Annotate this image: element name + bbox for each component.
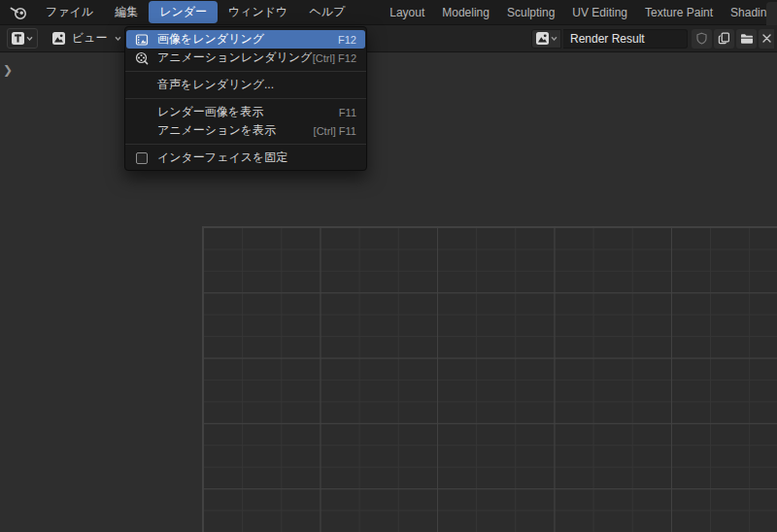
close-icon (761, 33, 772, 44)
render-animation-icon (134, 50, 150, 66)
duplicate-icon (718, 32, 730, 45)
menu-item-view-animation[interactable]: アニメーションを表示 [Ctrl] F11 (126, 121, 365, 140)
menu-item-view-render[interactable]: レンダー画像を表示 F11 (126, 103, 365, 121)
shortcut-label: F11 (339, 107, 356, 118)
image-editor-header: ビュー Render Result (0, 25, 777, 52)
tab-layout[interactable]: Layout (381, 3, 433, 22)
menu-separator (125, 71, 366, 72)
tab-partial-next[interactable] (766, 2, 777, 25)
menubar: ファイル 編集 レンダー ウィンドウ ヘルプ (35, 1, 355, 23)
mode-dropdown[interactable]: ビュー (48, 28, 126, 49)
folder-icon (740, 33, 754, 45)
open-image-button[interactable] (736, 29, 757, 49)
render-image-icon (134, 32, 150, 48)
shortcut-label: [Ctrl] F12 (313, 52, 356, 64)
browse-image-icon (535, 31, 550, 46)
image-name-field[interactable]: Render Result (563, 29, 688, 49)
render-menu-dropdown: 画像をレンダリング F12 アニメーションレンダリング [Ctrl] F12 音… (124, 26, 367, 171)
menu-item-lock-interface[interactable]: インターフェイスを固定 (126, 149, 365, 167)
image-mode-icon (51, 31, 66, 46)
sidebar-toggle-chevron-icon[interactable]: ❯ (1, 62, 15, 78)
image-editor-canvas[interactable]: ❯ (0, 53, 777, 532)
menu-item-render-animation[interactable]: アニメーションレンダリング [Ctrl] F12 (126, 49, 365, 67)
unlink-image-button[interactable] (759, 29, 774, 49)
shortcut-label: F12 (338, 34, 356, 46)
shield-icon (695, 32, 708, 45)
workspace-tabs: Layout Modeling Sculpting UV Editing Tex… (381, 3, 777, 22)
chevron-down-icon (25, 34, 34, 43)
browse-image-button[interactable] (531, 29, 561, 49)
menu-item-render-image[interactable]: 画像をレンダリング F12 (126, 30, 365, 49)
image-name-value: Render Result (570, 32, 645, 46)
empty-render-result-grid (202, 226, 777, 532)
editor-type-dropdown[interactable] (7, 28, 38, 49)
chevron-down-icon (114, 34, 122, 43)
menu-separator (125, 144, 366, 145)
tab-modeling[interactable]: Modeling (433, 3, 498, 22)
menu-edit[interactable]: 編集 (104, 1, 149, 23)
shortcut-label: [Ctrl] F11 (314, 125, 356, 137)
menu-help[interactable]: ヘルプ (298, 1, 355, 23)
tab-uv-editing[interactable]: UV Editing (563, 3, 636, 22)
image-datablock-selector: Render Result (531, 29, 774, 49)
tab-sculpting[interactable]: Sculpting (498, 3, 563, 22)
fake-user-button[interactable] (692, 29, 712, 49)
chevron-down-icon (550, 34, 558, 43)
menu-separator (125, 98, 366, 99)
lock-interface-checkbox[interactable] (136, 152, 148, 164)
editor-type-image-icon (11, 31, 25, 46)
menu-render[interactable]: レンダー (149, 1, 218, 23)
menu-window[interactable]: ウィンドウ (218, 1, 298, 23)
menu-item-render-audio[interactable]: 音声をレンダリング... (126, 76, 365, 94)
tab-texture-paint[interactable]: Texture Paint (636, 3, 722, 22)
menu-file[interactable]: ファイル (35, 1, 104, 23)
topbar: ファイル 編集 レンダー ウィンドウ ヘルプ Layout Modeling S… (0, 0, 777, 25)
mode-label: ビュー (72, 30, 108, 47)
blender-logo-icon (10, 4, 27, 21)
new-image-button[interactable] (714, 29, 734, 49)
